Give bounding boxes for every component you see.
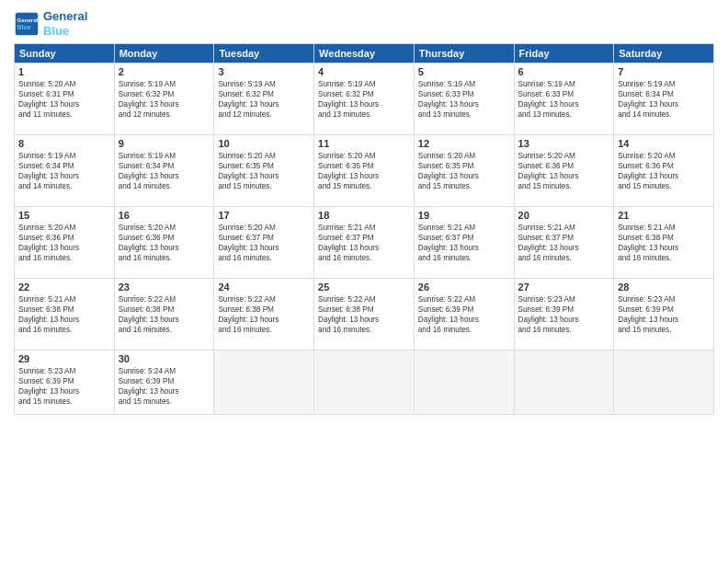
day-info: Sunrise: 5:22 AMSunset: 6:39 PMDaylight:…: [418, 294, 510, 335]
day-number: 2: [119, 66, 210, 77]
day-info: Sunrise: 5:21 AMSunset: 6:37 PMDaylight:…: [418, 223, 510, 263]
day-number: 22: [18, 282, 110, 293]
day-info: Sunrise: 5:19 AMSunset: 6:34 PMDaylight:…: [119, 151, 210, 191]
svg-text:Blue: Blue: [17, 24, 31, 30]
day-info: Sunrise: 5:20 AMSunset: 6:36 PMDaylight:…: [518, 151, 610, 191]
table-row: 10Sunrise: 5:20 AMSunset: 6:35 PMDayligh…: [214, 135, 314, 207]
day-number: 11: [318, 138, 410, 149]
table-row: 25Sunrise: 5:22 AMSunset: 6:38 PMDayligh…: [314, 279, 415, 350]
table-row: 26Sunrise: 5:22 AMSunset: 6:39 PMDayligh…: [414, 279, 514, 350]
table-row: [614, 350, 714, 415]
table-row: [414, 350, 514, 415]
day-info: Sunrise: 5:23 AMSunset: 6:39 PMDaylight:…: [518, 294, 610, 335]
day-number: 23: [119, 282, 210, 293]
calendar-week-row: 15Sunrise: 5:20 AMSunset: 6:36 PMDayligh…: [15, 207, 714, 279]
day-number: 17: [218, 210, 310, 221]
day-info: Sunrise: 5:24 AMSunset: 6:39 PMDaylight:…: [119, 366, 210, 407]
table-row: 9Sunrise: 5:19 AMSunset: 6:34 PMDaylight…: [114, 135, 214, 207]
day-info: Sunrise: 5:19 AMSunset: 6:33 PMDaylight:…: [418, 79, 510, 120]
day-number: 8: [18, 138, 110, 149]
day-info: Sunrise: 5:21 AMSunset: 6:37 PMDaylight:…: [518, 223, 610, 263]
calendar-header-row: Sunday Monday Tuesday Wednesday Thursday…: [15, 44, 714, 63]
day-number: 14: [618, 138, 710, 149]
table-row: 27Sunrise: 5:23 AMSunset: 6:39 PMDayligh…: [514, 279, 614, 350]
day-number: 15: [18, 210, 110, 221]
day-info: Sunrise: 5:22 AMSunset: 6:38 PMDaylight:…: [318, 294, 410, 335]
day-info: Sunrise: 5:21 AMSunset: 6:37 PMDaylight:…: [318, 223, 410, 263]
day-info: Sunrise: 5:19 AMSunset: 6:32 PMDaylight:…: [119, 79, 210, 120]
table-row: 13Sunrise: 5:20 AMSunset: 6:36 PMDayligh…: [514, 135, 614, 207]
day-info: Sunrise: 5:22 AMSunset: 6:38 PMDaylight:…: [119, 294, 210, 335]
day-number: 27: [518, 282, 610, 293]
table-row: [214, 350, 314, 415]
calendar-table: Sunday Monday Tuesday Wednesday Thursday…: [14, 43, 714, 415]
header-tuesday: Tuesday: [214, 44, 314, 63]
day-info: Sunrise: 5:21 AMSunset: 6:38 PMDaylight:…: [618, 223, 710, 263]
calendar-week-row: 8Sunrise: 5:19 AMSunset: 6:34 PMDaylight…: [15, 135, 714, 207]
table-row: 29Sunrise: 5:23 AMSunset: 6:39 PMDayligh…: [15, 350, 115, 415]
table-row: 28Sunrise: 5:23 AMSunset: 6:39 PMDayligh…: [614, 279, 714, 350]
day-number: 28: [618, 282, 710, 293]
day-number: 24: [218, 282, 310, 293]
logo-icon: General Blue: [14, 11, 40, 37]
header-sunday: Sunday: [15, 44, 115, 63]
day-info: Sunrise: 5:19 AMSunset: 6:33 PMDaylight:…: [518, 79, 610, 120]
day-number: 25: [318, 282, 410, 293]
table-row: 5Sunrise: 5:19 AMSunset: 6:33 PMDaylight…: [414, 63, 514, 135]
day-info: Sunrise: 5:20 AMSunset: 6:36 PMDaylight:…: [119, 223, 210, 263]
table-row: 2Sunrise: 5:19 AMSunset: 6:32 PMDaylight…: [114, 63, 214, 135]
table-row: 1Sunrise: 5:20 AMSunset: 6:31 PMDaylight…: [15, 63, 115, 135]
day-number: 3: [218, 66, 310, 77]
day-info: Sunrise: 5:19 AMSunset: 6:32 PMDaylight:…: [218, 79, 310, 120]
table-row: 11Sunrise: 5:20 AMSunset: 6:35 PMDayligh…: [314, 135, 415, 207]
page-header: General Blue General Blue: [14, 9, 714, 38]
day-number: 12: [418, 138, 510, 149]
day-number: 6: [518, 66, 610, 77]
day-info: Sunrise: 5:21 AMSunset: 6:38 PMDaylight:…: [18, 294, 110, 335]
day-info: Sunrise: 5:23 AMSunset: 6:39 PMDaylight:…: [18, 366, 110, 407]
day-info: Sunrise: 5:22 AMSunset: 6:38 PMDaylight:…: [218, 294, 310, 335]
table-row: 3Sunrise: 5:19 AMSunset: 6:32 PMDaylight…: [214, 63, 314, 135]
header-saturday: Saturday: [614, 44, 714, 63]
day-number: 13: [518, 138, 610, 149]
day-info: Sunrise: 5:19 AMSunset: 6:32 PMDaylight:…: [318, 79, 410, 120]
day-info: Sunrise: 5:20 AMSunset: 6:36 PMDaylight:…: [18, 223, 110, 263]
day-info: Sunrise: 5:20 AMSunset: 6:35 PMDaylight:…: [318, 151, 410, 191]
table-row: 6Sunrise: 5:19 AMSunset: 6:33 PMDaylight…: [514, 63, 614, 135]
day-number: 1: [18, 66, 110, 77]
logo: General Blue General Blue: [14, 9, 87, 38]
calendar-week-row: 1Sunrise: 5:20 AMSunset: 6:31 PMDaylight…: [15, 63, 714, 135]
table-row: 23Sunrise: 5:22 AMSunset: 6:38 PMDayligh…: [114, 279, 214, 350]
day-number: 5: [418, 66, 510, 77]
table-row: 18Sunrise: 5:21 AMSunset: 6:37 PMDayligh…: [314, 207, 415, 279]
day-number: 20: [518, 210, 610, 221]
table-row: 17Sunrise: 5:20 AMSunset: 6:37 PMDayligh…: [214, 207, 314, 279]
day-number: 18: [318, 210, 410, 221]
header-friday: Friday: [514, 44, 614, 63]
table-row: 4Sunrise: 5:19 AMSunset: 6:32 PMDaylight…: [314, 63, 415, 135]
day-info: Sunrise: 5:19 AMSunset: 6:34 PMDaylight:…: [618, 79, 710, 120]
table-row: 30Sunrise: 5:24 AMSunset: 6:39 PMDayligh…: [114, 350, 214, 415]
logo-text: General Blue: [43, 9, 87, 38]
table-row: 22Sunrise: 5:21 AMSunset: 6:38 PMDayligh…: [15, 279, 115, 350]
table-row: 19Sunrise: 5:21 AMSunset: 6:37 PMDayligh…: [414, 207, 514, 279]
table-row: [314, 350, 415, 415]
day-info: Sunrise: 5:20 AMSunset: 6:31 PMDaylight:…: [18, 79, 110, 120]
header-wednesday: Wednesday: [314, 44, 415, 63]
table-row: 8Sunrise: 5:19 AMSunset: 6:34 PMDaylight…: [15, 135, 115, 207]
table-row: 15Sunrise: 5:20 AMSunset: 6:36 PMDayligh…: [15, 207, 115, 279]
header-monday: Monday: [114, 44, 214, 63]
day-number: 9: [119, 138, 210, 149]
day-number: 4: [318, 66, 410, 77]
day-number: 29: [18, 353, 110, 364]
day-number: 10: [218, 138, 310, 149]
table-row: 21Sunrise: 5:21 AMSunset: 6:38 PMDayligh…: [614, 207, 714, 279]
calendar-week-row: 22Sunrise: 5:21 AMSunset: 6:38 PMDayligh…: [15, 279, 714, 350]
day-number: 26: [418, 282, 510, 293]
table-row: [514, 350, 614, 415]
table-row: 14Sunrise: 5:20 AMSunset: 6:36 PMDayligh…: [614, 135, 714, 207]
table-row: 12Sunrise: 5:20 AMSunset: 6:35 PMDayligh…: [414, 135, 514, 207]
day-info: Sunrise: 5:23 AMSunset: 6:39 PMDaylight:…: [618, 294, 710, 335]
day-info: Sunrise: 5:20 AMSunset: 6:35 PMDaylight:…: [218, 151, 310, 191]
day-info: Sunrise: 5:19 AMSunset: 6:34 PMDaylight:…: [18, 151, 110, 191]
